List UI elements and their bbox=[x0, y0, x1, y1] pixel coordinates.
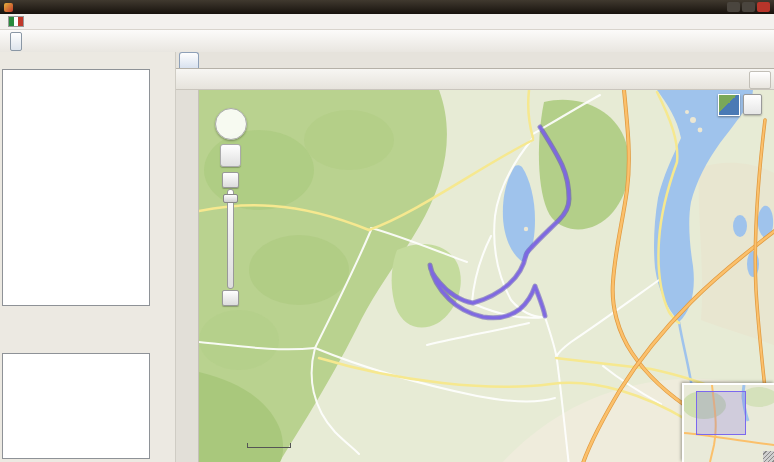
zoom-slider-track[interactable] bbox=[227, 189, 234, 289]
map-type-button[interactable] bbox=[743, 94, 762, 115]
waypoints-panel bbox=[0, 52, 152, 462]
main-toolbar bbox=[0, 30, 774, 54]
side-panel-toggle-button[interactable] bbox=[749, 71, 771, 89]
map-type-control bbox=[718, 94, 762, 116]
close-button[interactable] bbox=[757, 2, 770, 12]
shop-button[interactable] bbox=[10, 32, 22, 51]
pan-control[interactable] bbox=[215, 108, 247, 140]
zoom-slider-handle[interactable] bbox=[223, 194, 238, 203]
app-icon bbox=[4, 3, 13, 12]
minimap-viewport-rect[interactable] bbox=[696, 391, 746, 435]
minimize-button[interactable] bbox=[727, 2, 740, 12]
zoom-in-button[interactable] bbox=[222, 172, 239, 188]
tab-bar bbox=[176, 52, 774, 69]
menu-bar bbox=[0, 14, 774, 30]
title-bar bbox=[0, 0, 774, 14]
waypoint-toolbar bbox=[152, 52, 176, 462]
satellite-thumbnail[interactable] bbox=[718, 94, 740, 116]
map-toolbar bbox=[176, 69, 774, 90]
maximize-button[interactable] bbox=[742, 2, 755, 12]
map-tools-toolbar bbox=[176, 90, 199, 462]
favorites-list[interactable] bbox=[2, 353, 150, 459]
pegman-icon[interactable] bbox=[220, 144, 241, 167]
zoom-out-button[interactable] bbox=[222, 290, 239, 306]
main-content bbox=[0, 52, 774, 462]
minimap-resize-handle[interactable] bbox=[763, 451, 774, 462]
scale-line bbox=[247, 443, 291, 448]
scale-bar bbox=[247, 442, 291, 448]
tab-route[interactable] bbox=[179, 52, 199, 68]
map-attribution bbox=[675, 450, 678, 459]
waypoint-list[interactable] bbox=[2, 69, 150, 306]
language-flag-icon[interactable] bbox=[8, 16, 24, 27]
map-viewport[interactable] bbox=[199, 90, 774, 462]
window-buttons bbox=[727, 2, 770, 12]
app-window bbox=[0, 0, 774, 462]
map-body bbox=[176, 90, 774, 462]
map-panel bbox=[176, 52, 774, 462]
overview-minimap[interactable] bbox=[682, 383, 774, 462]
